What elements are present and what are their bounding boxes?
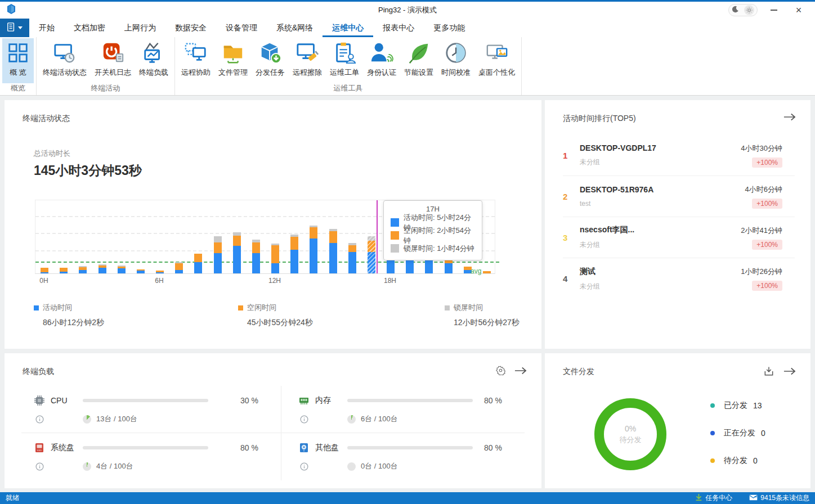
stacked-bar-15H[interactable] (329, 229, 337, 273)
stacked-bar-5H[interactable] (137, 269, 145, 273)
ribbon-item-overview[interactable]: 概 览 (2, 38, 34, 83)
terminal-name: DESKTOP-51R976A (580, 185, 745, 194)
stacked-bar-14H[interactable] (310, 226, 317, 273)
ribbon-item-terminal-load[interactable]: 终端负载 (135, 38, 172, 83)
legend-distributed: 已分发13 (710, 400, 765, 411)
metric-system-disk: SSD 系统盘 80 % 4台 / 100台 (21, 433, 281, 480)
legend-value: 0 (753, 456, 758, 465)
bar-segment (252, 242, 260, 253)
arrow-right-icon[interactable] (514, 366, 527, 377)
activity-time: 4小时6分钟 (745, 184, 782, 195)
ribbon-item-label: 终端负载 (139, 68, 168, 78)
ribbon-item-activity-status[interactable]: 终端活动状态 (39, 38, 91, 83)
stacked-bar-17H[interactable] (368, 236, 375, 273)
stacked-bar-2H[interactable] (79, 266, 87, 273)
stacked-bar-3H[interactable] (98, 264, 106, 273)
stacked-bar-18H[interactable] (387, 259, 395, 273)
stacked-bar-16H[interactable] (348, 243, 356, 273)
monitor-clock-icon (53, 41, 77, 65)
gear-icon[interactable] (496, 366, 505, 377)
ranking-row[interactable]: 2 DESKTOP-51R976Atest 4小时6分钟+100% (563, 176, 795, 217)
panel-activity-ranking: 活动时间排行(TOP5) 1 DESKTOP-VGDPL17未分组 4小时30分… (545, 100, 810, 349)
stacked-bar-11H[interactable] (252, 240, 260, 273)
ranking-row[interactable]: 3 nsecsoft李国...未分组 2小时41分钟+100% (563, 217, 795, 258)
clipboard-person-icon (333, 41, 356, 65)
tab-doc-encryption[interactable]: 文档加密 (64, 19, 115, 37)
metric-cpu: CPU 30 % 13台 / 100台 (21, 386, 281, 433)
ribbon-tab-row: 开始 文档加密 上网行为 数据安全 设备管理 系统&网络 运维中心 报表中心 更… (0, 19, 815, 37)
info-icon[interactable] (35, 462, 44, 471)
legend-active-time: 活动时间 86小时12分钟2秒 (34, 303, 104, 328)
ribbon-item-label: 身份认证 (367, 68, 396, 78)
tab-web-behavior[interactable]: 上网行为 (115, 19, 165, 37)
distribute-icon[interactable] (763, 366, 774, 379)
ranking-row[interactable]: 1 DESKTOP-VGDPL17未分组 4小时30分钟+100% (563, 135, 795, 176)
info-icon[interactable] (300, 415, 308, 424)
tab-ops-center[interactable]: 运维中心 (323, 19, 373, 37)
close-button[interactable]: × (790, 3, 807, 17)
envelope-icon (749, 494, 758, 502)
ribbon-item-time-calibration[interactable]: 时间校准 (437, 38, 474, 83)
task-center-button[interactable]: 任务中心 (695, 493, 732, 503)
metric-percent: 80 % (484, 396, 525, 405)
ribbon-item-remote-assist[interactable]: 远程协助 (177, 38, 214, 83)
bar-segment (79, 270, 87, 273)
stacked-bar-8H[interactable] (194, 254, 202, 273)
activity-chart[interactable]: 17H 活动时间: 5小时24分钟 空闲时间: 2小时54分钟 锁屏时间: 1小… (35, 200, 495, 274)
unread-messages-button[interactable]: 9415条未读信息 (749, 493, 809, 503)
tab-device-mgmt[interactable]: 设备管理 (216, 19, 267, 37)
x-tick-0h: 0H (39, 277, 48, 285)
memory-mini-pie (347, 415, 356, 424)
tab-report-center[interactable]: 报表中心 (373, 19, 424, 37)
stacked-bar-19H[interactable] (406, 259, 414, 273)
hover-indicator-line (377, 200, 378, 273)
stacked-bar-10H[interactable] (233, 232, 241, 273)
tab-data-security[interactable]: 数据安全 (165, 19, 216, 37)
tab-start[interactable]: 开始 (29, 19, 64, 37)
tab-more[interactable]: 更多功能 (424, 19, 474, 37)
stacked-bar-7H[interactable] (175, 262, 183, 273)
ranking-row[interactable]: 4 测试未分组 1小时26分钟+100% (563, 258, 795, 299)
legend-label: 空闲时间 (247, 303, 276, 313)
stacked-bar-20H[interactable] (425, 259, 433, 273)
panel-file-distribution: 文件分发 0% 待分发 已分发13 正在分发0 待分发0 (545, 353, 810, 488)
bar-segment (118, 267, 126, 268)
ribbon-item-file-manager[interactable]: 文件管理 (214, 38, 252, 83)
metric-count: 4台 / 100台 (96, 461, 133, 471)
stacked-bar-6H[interactable] (156, 271, 164, 273)
sun-icon[interactable] (744, 5, 754, 15)
panel-terminal-load: 终端负载 CPU 30 % 13台 / 100台 内存 80 % (5, 353, 541, 488)
stacked-bar-4H[interactable] (118, 266, 126, 273)
ribbon-item-ops-ticket[interactable]: 运维工单 (326, 38, 363, 83)
total-duration-value: 145小时3分钟53秒 (34, 162, 142, 179)
stacked-bar-23H[interactable] (483, 271, 491, 273)
stacked-bar-12H[interactable] (271, 244, 279, 273)
ribbon-item-remote-wipe[interactable]: 远程擦除 (289, 38, 326, 83)
minimize-button[interactable] (765, 3, 782, 17)
info-icon[interactable] (35, 415, 44, 424)
stacked-bar-13H[interactable] (290, 235, 298, 273)
arrow-right-icon[interactable] (783, 112, 796, 124)
idle-time-swatch (391, 231, 399, 240)
info-icon[interactable] (300, 462, 308, 471)
stacked-bar-0H[interactable] (41, 268, 48, 273)
theme-toggle[interactable] (728, 4, 758, 16)
ribbon-item-distribute-task[interactable]: 分发任务 (252, 38, 289, 83)
distribution-donut: 0% 待分发 (594, 398, 666, 470)
arrow-right-icon[interactable] (783, 367, 796, 378)
ribbon-item-desktop-personalize[interactable]: 桌面个性化 (474, 38, 519, 83)
bar-segment (271, 263, 279, 273)
stacked-bar-21H[interactable] (445, 258, 453, 273)
activity-time: 1小时26分钟 (741, 267, 782, 277)
stacked-bar-9H[interactable] (214, 236, 222, 273)
other-disk-mini-pie (347, 462, 356, 471)
ribbon-item-power-log[interactable]: 开关机日志 (91, 38, 135, 83)
ribbon-item-energy-settings[interactable]: 节能设置 (400, 38, 437, 83)
moon-icon[interactable] (732, 5, 739, 15)
tab-system-network[interactable]: 系统&网络 (267, 19, 323, 37)
ribbon-item-identity-auth[interactable]: 身份认证 (363, 38, 400, 83)
stacked-bar-1H[interactable] (60, 268, 68, 273)
metric-percent: 80 % (484, 443, 525, 452)
system-disk-progress-bar (83, 446, 208, 449)
app-menu-button[interactable] (0, 19, 29, 37)
